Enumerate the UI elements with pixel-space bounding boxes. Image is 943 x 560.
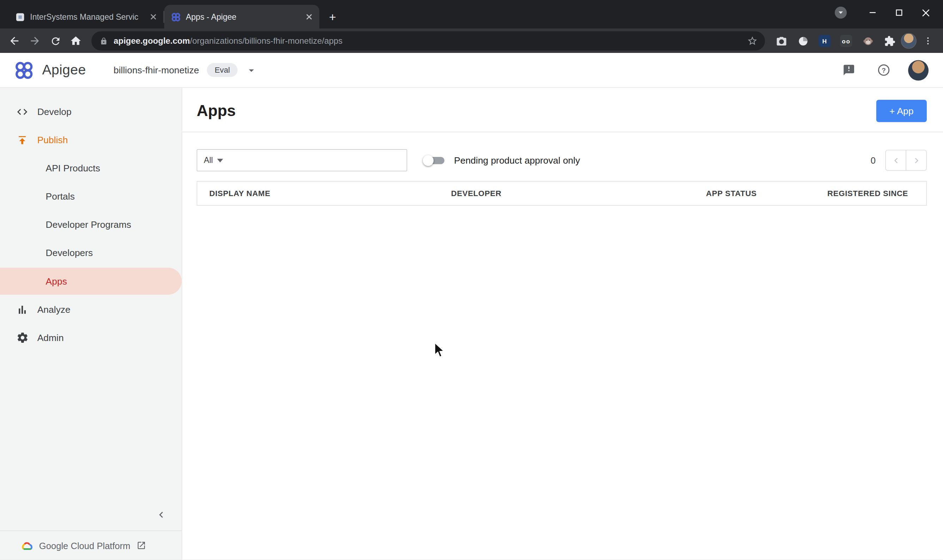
apigee-logo-icon — [14, 60, 34, 80]
reload-icon[interactable] — [46, 31, 65, 51]
sidebar-item-label: Developer Programs — [46, 219, 131, 230]
sidebar-item-label: Publish — [37, 134, 68, 145]
new-tab-button[interactable]: + — [324, 8, 341, 25]
tab-title: Apps - Apigee — [186, 12, 298, 22]
tab-close-icon[interactable] — [148, 11, 159, 22]
sidebar-item-publish[interactable]: Publish — [0, 126, 182, 154]
add-app-button[interactable]: + App — [876, 100, 927, 122]
filter-controls: All Pending product approval only 0 — [197, 149, 927, 171]
org-name: billions-fhir-monetize — [114, 65, 199, 75]
browser-tab-intersystems[interactable]: InterSystems Managed Servic — [8, 5, 164, 29]
google-cloud-icon — [20, 540, 33, 551]
oo-extension-icon[interactable]: oo — [836, 31, 856, 51]
column-header-display-name[interactable]: DISPLAY NAME — [197, 189, 451, 198]
sidebar-item-portals[interactable]: Portals — [0, 182, 182, 211]
intersystems-favicon — [15, 12, 25, 22]
url-path: /organizations/billions-fhir-monetize/ap… — [190, 36, 343, 46]
page-title: Apps — [197, 102, 236, 120]
feedback-icon[interactable] — [838, 60, 859, 80]
home-icon[interactable] — [66, 31, 86, 51]
help-icon[interactable]: ? — [873, 60, 894, 80]
address-bar[interactable]: apigee.google.com/organizations/billions… — [91, 31, 765, 51]
main-panel: Apps + App All Pending product approval … — [182, 88, 943, 560]
column-header-app-status[interactable]: APP STATUS — [706, 189, 816, 198]
sidebar-item-label: Analyze — [37, 304, 71, 315]
screenshot-extension-icon[interactable] — [771, 31, 791, 51]
sidebar-item-label: API Products — [46, 163, 100, 174]
browser-toolbar: apigee.google.com/organizations/billions… — [0, 29, 943, 53]
pending-approval-toggle[interactable] — [423, 154, 447, 166]
sidebar-item-develop[interactable]: Develop — [0, 97, 182, 126]
publish-icon — [15, 133, 29, 147]
user-avatar[interactable] — [908, 60, 929, 80]
external-link-icon — [137, 541, 146, 550]
collapse-sidebar-icon[interactable] — [153, 506, 170, 523]
sidebar-spacer — [0, 352, 182, 502]
prev-page-button[interactable] — [885, 150, 906, 171]
gear-icon — [15, 331, 29, 345]
browser-tab-apigee[interactable]: Apps - Apigee — [165, 5, 320, 29]
svg-text:?: ? — [881, 67, 885, 74]
window-controls — [835, 0, 943, 25]
main-header: Apps + App — [182, 88, 943, 132]
sidebar-item-label: Develop — [37, 106, 72, 117]
toggle-knob — [423, 155, 434, 166]
gcp-footer-link[interactable]: Google Cloud Platform — [0, 531, 182, 560]
sidebar-item-developers[interactable]: Developers — [0, 239, 182, 267]
back-icon[interactable] — [5, 31, 24, 51]
sidebar-item-label: Apps — [46, 276, 67, 287]
tab-close-icon[interactable] — [304, 11, 315, 22]
gcp-footer-label: Google Cloud Platform — [39, 540, 131, 551]
apigee-logo[interactable]: Apigee — [14, 60, 86, 80]
chevron-down-icon[interactable] — [245, 64, 257, 76]
apps-table-header: DISPLAY NAME DEVELOPER APP STATUS REGIST… — [197, 181, 927, 206]
filter-field-label: All — [204, 156, 213, 165]
apigee-header: Apigee billions-fhir-monetize Eval ? — [0, 53, 943, 88]
extensions-puzzle-icon[interactable] — [879, 31, 900, 51]
chrome-menu-chevron-icon[interactable] — [835, 7, 847, 19]
next-page-button[interactable] — [906, 150, 927, 171]
sidebar-item-developer-programs[interactable]: Developer Programs — [0, 211, 182, 239]
browser-menu-kebab-icon[interactable] — [918, 31, 938, 51]
browser-window: InterSystems Managed Servic Apps - Apige… — [0, 0, 943, 560]
brand-name: Apigee — [42, 62, 86, 78]
tab-title: InterSystems Managed Servic — [30, 12, 143, 22]
url-text: apigee.google.com/organizations/billions… — [114, 36, 342, 46]
h-extension-icon[interactable]: H — [814, 31, 835, 51]
forward-icon[interactable] — [25, 31, 45, 51]
url-domain: apigee.google.com — [114, 36, 190, 46]
search-filter-group: All — [197, 149, 407, 171]
oo-badge: oo — [840, 35, 852, 47]
bookmark-star-icon[interactable] — [743, 32, 761, 50]
column-header-developer[interactable]: DEVELOPER — [451, 189, 706, 198]
sidebar-item-analyze[interactable]: Analyze — [0, 295, 182, 323]
main-header-divider — [182, 132, 943, 132]
app-search-input[interactable] — [229, 150, 406, 171]
window-minimize-button[interactable] — [864, 3, 881, 22]
lock-icon — [100, 37, 108, 45]
sidebar-item-label: Developers — [46, 248, 93, 258]
window-maximize-button[interactable] — [890, 3, 908, 22]
sidebar-item-label: Admin — [37, 332, 64, 343]
sidebar-item-apps[interactable]: Apps — [0, 268, 182, 295]
result-count: 0 — [871, 155, 875, 165]
header-actions: ? — [838, 60, 929, 80]
pie-extension-icon[interactable] — [793, 31, 813, 51]
sidebar: Develop Publish API Products Portals Dev… — [0, 88, 182, 560]
column-header-registered-since[interactable]: REGISTERED SINCE — [816, 189, 926, 198]
pagination — [885, 150, 927, 171]
bar-chart-icon — [15, 303, 29, 316]
pending-approval-label: Pending product approval only — [454, 155, 580, 166]
h-badge: H — [818, 35, 831, 47]
chevron-down-icon — [217, 158, 223, 162]
env-badge: Eval — [207, 63, 238, 77]
monkey-extension-icon[interactable] — [858, 31, 878, 51]
browser-profile-avatar[interactable] — [901, 33, 917, 49]
filter-field-dropdown[interactable]: All — [197, 150, 229, 171]
code-icon — [15, 105, 29, 118]
org-selector[interactable]: billions-fhir-monetize Eval — [114, 63, 257, 77]
sidebar-item-admin[interactable]: Admin — [0, 323, 182, 352]
page-content: Develop Publish API Products Portals Dev… — [0, 88, 943, 560]
sidebar-item-api-products[interactable]: API Products — [0, 154, 182, 182]
window-close-button[interactable] — [917, 3, 935, 22]
